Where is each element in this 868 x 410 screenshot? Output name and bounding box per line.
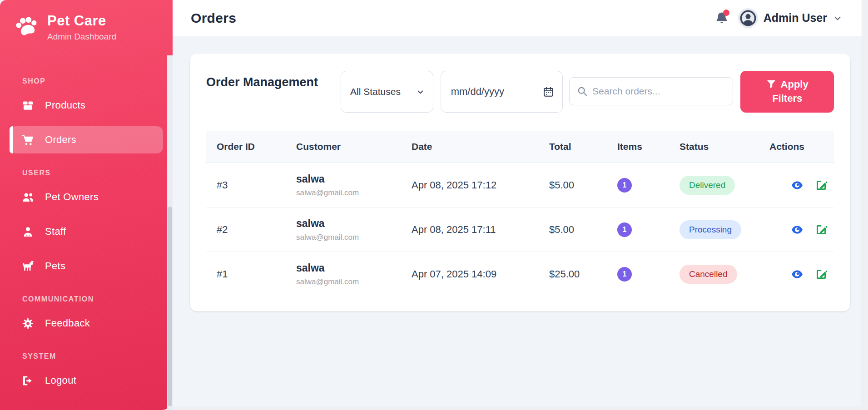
items-count-badge: 1 [617, 222, 632, 237]
page-title: Orders [191, 10, 236, 26]
date-filter-input[interactable]: mm/dd/yyyy [441, 71, 563, 113]
sidebar-item-label: Feedback [45, 317, 90, 329]
nurse-icon [22, 226, 34, 238]
table-header-row: Order ID Customer Date Total Items Statu… [206, 131, 834, 163]
order-date: Apr 08, 2025 17:11 [401, 224, 539, 236]
logout-icon [22, 375, 34, 387]
items-count-badge: 1 [617, 267, 632, 282]
order-total: $25.00 [539, 268, 607, 280]
order-management-card: Order Management All Statuses mm/dd/yyyy [190, 54, 850, 311]
filters-row: Order Management All Statuses mm/dd/yyyy [206, 71, 834, 113]
dog-icon [22, 260, 34, 272]
sidebar-nav: SHOP Products Orders USERS [0, 62, 173, 394]
col-date: Date [401, 141, 539, 152]
sidebar-item-products[interactable]: Products [10, 92, 163, 119]
sidebar-item-staff[interactable]: Staff [10, 218, 163, 245]
vertical-scrollbar[interactable] [862, 0, 868, 410]
edit-order-button[interactable] [815, 268, 827, 280]
order-date: Apr 07, 2025 14:09 [401, 268, 539, 280]
view-order-button[interactable] [791, 224, 804, 235]
notification-dot [723, 10, 729, 16]
sidebar-item-feedback[interactable]: Feedback [10, 310, 163, 337]
avatar [738, 8, 758, 28]
app-title: Pet Care [47, 13, 116, 29]
table-row: #3 salwa salwa@gmail.com Apr 08, 2025 17… [206, 163, 834, 207]
status-filter-select[interactable]: All Statuses [341, 71, 433, 113]
section-label-system: SYSTEM [22, 352, 160, 361]
search-box [569, 77, 733, 105]
col-customer: Customer [286, 141, 401, 152]
sidebar-item-label: Pet Owners [45, 191, 99, 203]
status-badge: Processing [680, 220, 741, 239]
status-badge: Delivered [680, 176, 735, 195]
eye-icon [791, 224, 804, 235]
sidebar-item-label: Logout [45, 375, 76, 386]
sidebar-item-logout[interactable]: Logout [10, 367, 163, 394]
edit-icon [815, 179, 827, 191]
main-content: Order Management All Statuses mm/dd/yyyy [173, 36, 868, 410]
filter-icon [766, 79, 776, 89]
customer-email: salwa@gmail.com [296, 277, 401, 287]
view-order-button[interactable] [791, 180, 804, 191]
date-filter-value: mm/dd/yyyy [451, 86, 504, 98]
customer-name: salwa [296, 262, 401, 274]
customer-name: salwa [296, 217, 401, 230]
chevron-down-icon [833, 13, 843, 23]
actions-cell [759, 179, 834, 191]
edit-order-button[interactable] [815, 224, 827, 236]
col-actions: Actions [759, 141, 834, 152]
customer-cell: salwa salwa@gmail.com [286, 217, 401, 242]
sidebar-item-label: Pets [45, 260, 65, 272]
search-icon [577, 86, 588, 97]
sidebar-item-pets[interactable]: Pets [10, 252, 163, 280]
orders-table: Order ID Customer Date Total Items Statu… [206, 131, 834, 296]
col-items: Items [607, 141, 669, 152]
sidebar-item-pet-owners[interactable]: Pet Owners [10, 183, 163, 211]
eye-icon [791, 269, 804, 280]
user-circle-icon [739, 9, 757, 27]
sidebar-scrollbar-thumb[interactable] [168, 207, 172, 406]
customer-email: salwa@gmail.com [296, 188, 401, 198]
sidebar-item-label: Products [45, 99, 85, 111]
box-icon [22, 99, 34, 112]
table-row: #1 salwa salwa@gmail.com Apr 07, 2025 14… [206, 252, 834, 296]
app-subtitle: Admin Dashboard [47, 32, 116, 42]
apply-filters-label: Apply Filters [772, 79, 808, 104]
sidebar-scrollbar-track[interactable] [167, 55, 173, 410]
apply-filters-button[interactable]: Apply Filters [740, 71, 834, 113]
items-count-badge: 1 [617, 178, 632, 193]
customer-cell: salwa salwa@gmail.com [286, 262, 401, 287]
col-order-id: Order ID [206, 141, 286, 152]
section-label-shop: SHOP [22, 77, 160, 85]
order-id: #2 [206, 224, 286, 236]
search-input[interactable] [592, 86, 726, 97]
cart-icon [22, 134, 34, 146]
col-total: Total [539, 141, 607, 152]
sidebar-item-label: Staff [45, 226, 66, 237]
status-badge: Cancelled [680, 265, 737, 284]
section-label-users: USERS [22, 169, 160, 177]
col-status: Status [669, 141, 759, 152]
edit-order-button[interactable] [815, 179, 827, 191]
users-icon [22, 191, 34, 203]
sidebar-item-orders[interactable]: Orders [10, 126, 163, 153]
section-label-communication: COMMUNICATION [22, 295, 160, 303]
table-row: #2 salwa salwa@gmail.com Apr 08, 2025 17… [206, 207, 834, 252]
view-order-button[interactable] [791, 269, 804, 280]
horizontal-scrollbar[interactable] [173, 406, 862, 410]
order-total: $5.00 [539, 179, 607, 191]
user-name: Admin User [764, 11, 827, 25]
user-menu[interactable]: Admin User [738, 8, 843, 28]
actions-cell [759, 224, 834, 236]
order-id: #1 [206, 268, 286, 280]
customer-name: salwa [296, 173, 401, 185]
top-header: Orders Admin User [173, 0, 868, 36]
eye-icon [791, 180, 804, 191]
customer-cell: salwa salwa@gmail.com [286, 173, 401, 198]
sidebar-item-label: Orders [45, 134, 76, 146]
notifications-button[interactable] [714, 10, 729, 26]
order-total: $5.00 [539, 224, 607, 236]
gear-icon [22, 317, 34, 330]
edit-icon [815, 268, 827, 280]
paw-icon [14, 15, 39, 40]
